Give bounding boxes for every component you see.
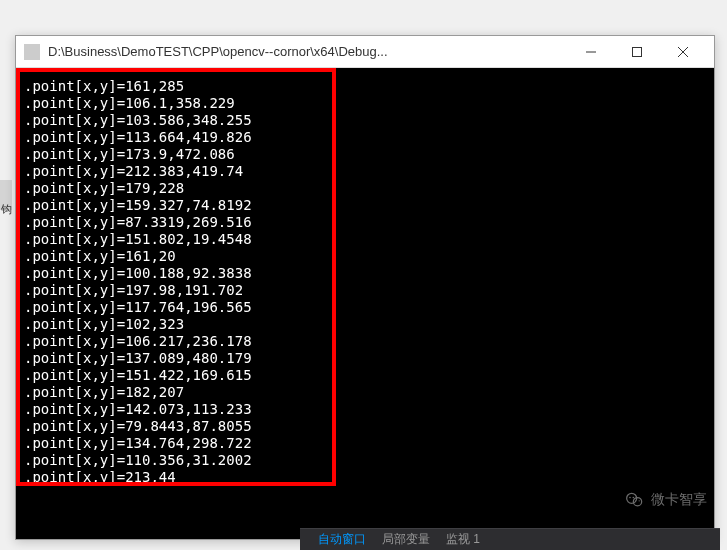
tab-local-vars[interactable]: 局部变量 [374, 531, 438, 548]
svg-point-8 [635, 500, 636, 501]
console-line: .point[x,y]=179,228 [24, 180, 706, 197]
wechat-watermark: 微卡智享 [625, 490, 707, 510]
svg-point-7 [633, 497, 635, 499]
minimize-button[interactable] [568, 37, 614, 67]
console-line: .point[x,y]=161,20 [24, 248, 706, 265]
console-line: .point[x,y]=100.188,92.3838 [24, 265, 706, 282]
console-line: .point[x,y]=79.8443,87.8055 [24, 418, 706, 435]
svg-point-6 [629, 497, 631, 499]
console-line: .point[x,y]=137.089,480.179 [24, 350, 706, 367]
console-line: .point[x,y]=106.217,236.178 [24, 333, 706, 350]
left-edge-fragment: 钩 [0, 180, 12, 210]
console-line: .point[x,y]=213,44 [24, 469, 706, 486]
console-line: .point[x,y]=212.383,419.74 [24, 163, 706, 180]
console-output[interactable]: .point[x,y]=161,285.point[x,y]=106.1,358… [16, 68, 714, 539]
console-line: .point[x,y]=103.586,348.255 [24, 112, 706, 129]
tab-watch[interactable]: 监视 1 [438, 531, 488, 548]
console-line: .point[x,y]=161,285 [24, 78, 706, 95]
console-line: .point[x,y]=87.3319,269.516 [24, 214, 706, 231]
window-title: D:\Business\DemoTEST\CPP\opencv--cornor\… [48, 44, 568, 59]
titlebar: D:\Business\DemoTEST\CPP\opencv--cornor\… [16, 36, 714, 68]
console-line: .point[x,y]=197.98,191.702 [24, 282, 706, 299]
console-line: .point[x,y]=173.9,472.086 [24, 146, 706, 163]
console-line: .point[x,y]=182,207 [24, 384, 706, 401]
ide-bottom-panel: 自动窗口 局部变量 监视 1 [300, 528, 720, 550]
console-window: D:\Business\DemoTEST\CPP\opencv--cornor\… [15, 35, 715, 540]
console-line: .point[x,y]=151.422,169.615 [24, 367, 706, 384]
console-line: .point[x,y]=106.1,358.229 [24, 95, 706, 112]
console-line: .point[x,y]=117.764,196.565 [24, 299, 706, 316]
window-controls [568, 37, 706, 67]
console-line: .point[x,y]=110.356,31.2002 [24, 452, 706, 469]
svg-point-9 [639, 500, 640, 501]
svg-rect-1 [633, 47, 642, 56]
console-line: .point[x,y]=142.073,113.233 [24, 401, 706, 418]
maximize-button[interactable] [614, 37, 660, 67]
tab-auto-window[interactable]: 自动窗口 [310, 531, 374, 548]
console-line: .point[x,y]=151.802,19.4548 [24, 231, 706, 248]
console-line: .point[x,y]=159.327,74.8192 [24, 197, 706, 214]
console-line: .point[x,y]=113.664,419.826 [24, 129, 706, 146]
wechat-icon [625, 490, 645, 510]
console-line: .point[x,y]=134.764,298.722 [24, 435, 706, 452]
close-button[interactable] [660, 37, 706, 67]
app-icon [24, 44, 40, 60]
console-line: .point[x,y]=102,323 [24, 316, 706, 333]
watermark-text: 微卡智享 [651, 491, 707, 509]
